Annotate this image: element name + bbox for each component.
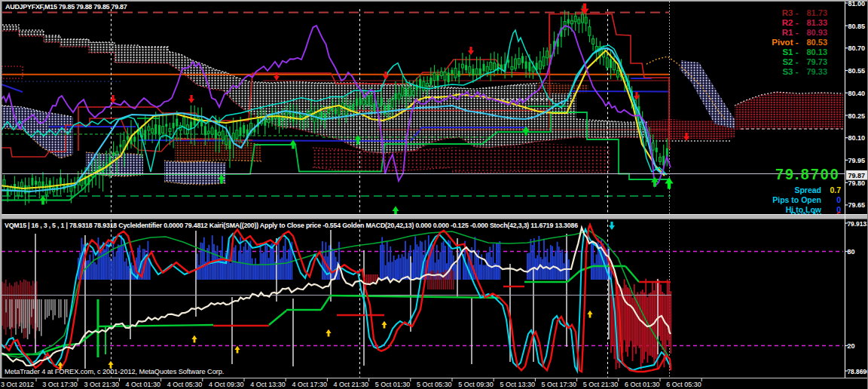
svg-text:81.73: 81.73 (806, 8, 827, 17)
svg-text:4 Oct 17:30: 4 Oct 17:30 (292, 381, 327, 388)
svg-text:VQM15 | 16 , 3 , 5 , 1 | 78: VQM15 | 16 , 3 , 5 , 1 | 78.9318 78.9318… (5, 222, 578, 229)
svg-text:4 Oct 13:30: 4 Oct 13:30 (250, 381, 286, 388)
svg-text:AUDJPYFXF,M15 79.85 79.88 79.: AUDJPYFXF,M15 79.85 79.88 79.85 79.87 (5, 3, 127, 11)
svg-text:80.55: 80.55 (848, 67, 866, 75)
svg-text:79.33: 79.33 (806, 67, 827, 76)
svg-text:R2 -: R2 - (782, 18, 799, 27)
svg-text:79.73: 79.73 (806, 57, 827, 66)
svg-text:MetaTrader 4 at FOREX.com, c 2: MetaTrader 4 at FOREX.com, c 2001-2012, … (5, 368, 224, 375)
svg-text:S1 -: S1 - (782, 47, 798, 57)
svg-text:4 Oct 05:30: 4 Oct 05:30 (167, 381, 203, 388)
svg-text:3 Oct 17:30: 3 Oct 17:30 (42, 381, 78, 388)
svg-text:79.8700: 79.8700 (775, 166, 840, 182)
svg-text:Pips to Open: Pips to Open (772, 195, 821, 204)
svg-text:Spread: Spread (794, 185, 821, 194)
svg-text:78.8696: 78.8696 (848, 368, 868, 375)
svg-text:80.70: 80.70 (848, 44, 866, 52)
svg-text:4 Oct 09:30: 4 Oct 09:30 (209, 381, 244, 388)
svg-text:79.65: 79.65 (848, 201, 866, 209)
svg-text:20: 20 (848, 342, 855, 350)
svg-text:79.80: 79.80 (848, 179, 866, 187)
svg-text:6 Oct 01:30: 6 Oct 01:30 (625, 381, 660, 388)
svg-text:5 Oct 21:30: 5 Oct 21:30 (583, 381, 619, 388)
svg-text:5 Oct 05:30: 5 Oct 05:30 (417, 381, 452, 388)
svg-text:80.53: 80.53 (806, 38, 827, 47)
svg-text:S2 -: S2 - (782, 57, 798, 66)
svg-text:80.85: 80.85 (848, 23, 866, 30)
svg-text:R3 -: R3 - (782, 8, 799, 17)
svg-text:4 Oct 21:30: 4 Oct 21:30 (334, 381, 369, 388)
svg-text:S3 -: S3 - (782, 67, 798, 76)
svg-text:80.13: 80.13 (806, 47, 827, 57)
svg-text:Pivot -: Pivot - (772, 38, 798, 47)
svg-text:5 Oct 09:30: 5 Oct 09:30 (458, 381, 494, 388)
svg-text:80.93: 80.93 (806, 28, 827, 37)
svg-text:5 Oct 13:30: 5 Oct 13:30 (500, 381, 535, 388)
svg-text:0: 0 (836, 195, 841, 204)
svg-text:5 Oct 17:30: 5 Oct 17:30 (542, 381, 577, 388)
svg-text:80: 80 (848, 248, 855, 256)
svg-text:R1 -: R1 - (782, 28, 799, 37)
svg-text:79.87: 79.87 (848, 172, 866, 179)
svg-text:79.9133: 79.9133 (848, 220, 868, 228)
svg-text:3 Oct 21:30: 3 Oct 21:30 (84, 381, 119, 388)
svg-text:80.10: 80.10 (848, 134, 866, 142)
svg-text:81.33: 81.33 (806, 18, 827, 27)
svg-text:80.40: 80.40 (848, 90, 866, 97)
svg-text:6 Oct 05:30: 6 Oct 05:30 (666, 381, 701, 388)
svg-text:80.25: 80.25 (848, 112, 866, 120)
svg-text:4 Oct 01:30: 4 Oct 01:30 (126, 381, 161, 388)
svg-text:0.7: 0.7 (830, 185, 841, 194)
svg-text:3 Oct 2012: 3 Oct 2012 (1, 381, 34, 388)
svg-text:79.95: 79.95 (848, 157, 866, 164)
svg-text:5 Oct 01:30: 5 Oct 01:30 (375, 381, 411, 388)
